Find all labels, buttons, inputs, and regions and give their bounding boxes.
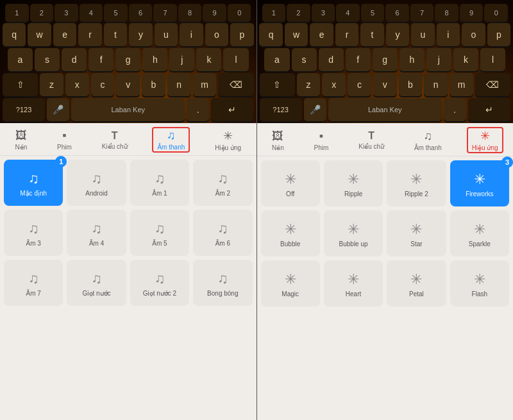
- key-l-left[interactable]: l: [223, 48, 248, 71]
- key-k-right[interactable]: k: [453, 48, 478, 71]
- space-right[interactable]: Laban Key: [328, 98, 442, 121]
- key-4-left[interactable]: 4: [80, 4, 103, 22]
- key-g-left[interactable]: g: [115, 48, 140, 71]
- key-f-right[interactable]: f: [346, 48, 371, 71]
- tab-hieuu-right[interactable]: ✳ Hiệu ứng: [467, 127, 503, 153]
- key-8-left[interactable]: 8: [178, 4, 202, 22]
- key-e-right[interactable]: e: [310, 23, 333, 46]
- key-i-right[interactable]: i: [437, 23, 460, 46]
- grid-item-ripple[interactable]: ✳ Ripple: [324, 160, 383, 206]
- grid-item-bongbong[interactable]: ♫ Bong bóng: [193, 260, 252, 306]
- key-b-left[interactable]: b: [142, 73, 165, 96]
- grid-item-am1[interactable]: ♫ Âm 1: [130, 160, 189, 206]
- key-f-left[interactable]: f: [88, 48, 114, 71]
- key-j-right[interactable]: j: [426, 48, 451, 71]
- tab-nen-left[interactable]: 🖼 Nền: [10, 128, 32, 152]
- grid-item-magic[interactable]: ✳ Magic: [261, 260, 320, 307]
- key-r-left[interactable]: r: [78, 23, 101, 46]
- grid-item-bubbleup[interactable]: ✳ Bubble up: [324, 210, 383, 256]
- key-c-left[interactable]: c: [91, 73, 115, 96]
- key-2-right[interactable]: 2: [287, 4, 310, 22]
- grid-item-off[interactable]: ✳ Off: [261, 160, 320, 206]
- grid-item-flash[interactable]: ✳ Flash: [450, 260, 509, 307]
- grid-item-am4[interactable]: ♫ Âm 4: [67, 210, 126, 256]
- key-k-left[interactable]: k: [196, 48, 221, 71]
- mic-right[interactable]: 🎤: [304, 98, 326, 121]
- key-m-left[interactable]: m: [193, 73, 217, 96]
- key-s-right[interactable]: s: [292, 48, 317, 71]
- key-x-right[interactable]: x: [322, 73, 346, 96]
- key-o-right[interactable]: o: [462, 23, 485, 46]
- key-a-right[interactable]: a: [264, 48, 289, 71]
- grid-item-am3[interactable]: ♫ Âm 3: [4, 210, 63, 256]
- key-p-right[interactable]: p: [487, 23, 510, 46]
- key-d-left[interactable]: d: [62, 48, 87, 71]
- key-8-right[interactable]: 8: [435, 4, 458, 22]
- space-left[interactable]: Laban Key: [71, 98, 185, 121]
- key-1-left[interactable]: 1: [5, 4, 29, 22]
- enter-right[interactable]: ↵: [468, 98, 510, 121]
- tab-nen-right[interactable]: 🖼 Nền: [267, 128, 289, 153]
- key-n-right[interactable]: n: [424, 73, 448, 96]
- grid-item-giotnuoc[interactable]: ♫ Giọt nước: [67, 260, 126, 306]
- key-0-right[interactable]: 0: [484, 4, 508, 22]
- key-z-right[interactable]: z: [297, 73, 321, 96]
- key-m-right[interactable]: m: [450, 73, 473, 96]
- key-9-right[interactable]: 9: [460, 4, 484, 22]
- shift-right[interactable]: ⇧: [260, 73, 295, 96]
- key-w-right[interactable]: w: [285, 23, 308, 46]
- key-5-right[interactable]: 5: [361, 4, 385, 22]
- key-y-right[interactable]: y: [386, 23, 409, 46]
- key-d-right[interactable]: d: [319, 48, 344, 71]
- tab-amthanh-right[interactable]: ♫ Âm thanh: [409, 128, 447, 153]
- key-u-right[interactable]: u: [411, 23, 434, 46]
- tab-phim-left[interactable]: ▪ Phim: [52, 128, 77, 152]
- special-right[interactable]: ?123: [260, 98, 302, 121]
- key-v-left[interactable]: v: [116, 73, 140, 96]
- key-g-right[interactable]: g: [373, 48, 398, 71]
- key-h-right[interactable]: h: [399, 48, 425, 71]
- key-o-left[interactable]: o: [205, 23, 228, 46]
- key-t-right[interactable]: t: [360, 23, 383, 46]
- key-a-left[interactable]: a: [8, 48, 33, 71]
- grid-item-heart[interactable]: ✳ Heart: [324, 260, 383, 307]
- key-b-right[interactable]: b: [399, 73, 423, 96]
- key-y-left[interactable]: y: [129, 23, 152, 46]
- grid-item-am2[interactable]: ♫ Âm 2: [193, 160, 252, 206]
- key-i-left[interactable]: i: [180, 23, 203, 46]
- key-q-left[interactable]: q: [3, 23, 26, 46]
- grid-item-star[interactable]: ✳ Star: [387, 210, 446, 256]
- key-9-left[interactable]: 9: [203, 4, 226, 22]
- key-n-left[interactable]: n: [167, 73, 191, 96]
- tab-amthanh-left[interactable]: ♫ Âm thanh: [152, 127, 190, 153]
- grid-item-sparkle[interactable]: ✳ Sparkle: [450, 210, 509, 256]
- key-2-left[interactable]: 2: [30, 4, 54, 22]
- grid-item-fireworks[interactable]: ✳ Fireworks 3: [450, 160, 509, 206]
- key-6-right[interactable]: 6: [385, 4, 409, 22]
- tab-kieuchu-right[interactable]: T Kiểu chữ: [353, 129, 389, 151]
- key-l-right[interactable]: l: [480, 48, 505, 71]
- key-r-right[interactable]: r: [335, 23, 358, 46]
- key-x-left[interactable]: x: [65, 73, 89, 96]
- grid-item-am7[interactable]: ♫ Âm 7: [4, 260, 63, 306]
- grid-item-macdinh[interactable]: ♫ Mặc định 1: [4, 160, 63, 206]
- enter-left[interactable]: ↵: [211, 98, 253, 121]
- key-7-left[interactable]: 7: [153, 4, 177, 22]
- key-j-left[interactable]: j: [169, 48, 194, 71]
- tab-kieuchu-left[interactable]: T Kiểu chữ: [97, 129, 133, 151]
- grid-item-am5[interactable]: ♫ Âm 5: [130, 210, 189, 256]
- key-6-left[interactable]: 6: [129, 4, 153, 22]
- grid-item-android[interactable]: ♫ Android: [67, 160, 126, 206]
- key-v-right[interactable]: v: [373, 73, 397, 96]
- grid-item-petal[interactable]: ✳ Petal: [387, 260, 446, 307]
- key-3-left[interactable]: 3: [55, 4, 78, 22]
- special-left[interactable]: ?123: [3, 98, 45, 121]
- key-h-left[interactable]: h: [142, 48, 167, 71]
- mic-left[interactable]: 🎤: [47, 98, 69, 121]
- key-t-left[interactable]: t: [104, 23, 127, 46]
- key-w-left[interactable]: w: [28, 23, 51, 46]
- tab-hieuu-left[interactable]: ✳ Hiệu ứng: [210, 128, 246, 153]
- key-p-left[interactable]: p: [230, 23, 253, 46]
- key-c-right[interactable]: c: [348, 73, 371, 96]
- key-7-right[interactable]: 7: [410, 4, 434, 22]
